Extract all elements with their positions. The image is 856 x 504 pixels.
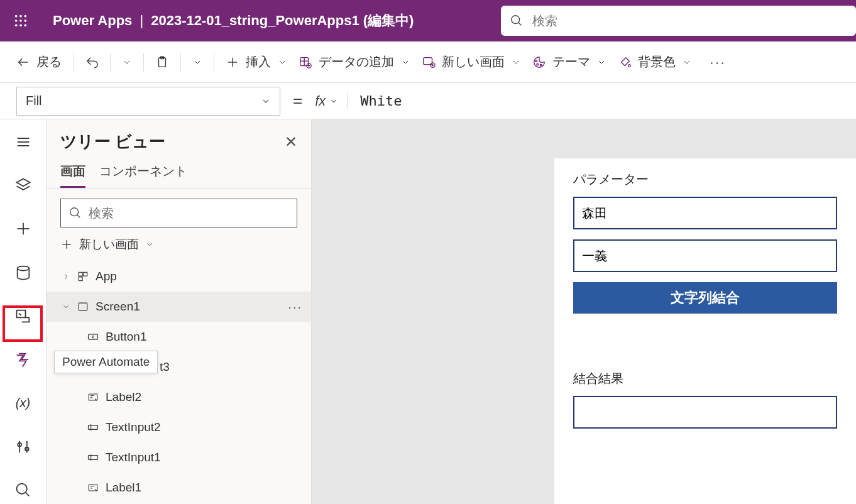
chevron-down-icon	[62, 302, 70, 311]
hamburger-icon	[14, 133, 32, 151]
label-icon	[87, 481, 99, 494]
tree-item-screen1[interactable]: Screen1 ···	[47, 292, 311, 322]
tree-search-input[interactable]	[89, 206, 289, 221]
rail-power-automate[interactable]	[8, 346, 38, 373]
svg-point-43	[70, 208, 79, 216]
global-search[interactable]	[501, 6, 856, 36]
rail-hamburger[interactable]	[8, 128, 38, 155]
tree-item-button1[interactable]: Button1	[47, 322, 311, 352]
insert-button[interactable]: 挿入	[226, 53, 287, 70]
result-title: 結合結果	[573, 370, 837, 387]
svg-point-0	[15, 15, 18, 18]
rail-highlight	[3, 305, 43, 342]
global-search-input[interactable]	[532, 14, 847, 28]
divider	[180, 53, 181, 72]
svg-point-6	[15, 25, 18, 27]
textinput-icon	[87, 451, 99, 464]
rail-search[interactable]	[8, 477, 38, 504]
tree-item-textinput2[interactable]: TextInput2	[47, 412, 311, 442]
rail-settings[interactable]	[8, 433, 38, 460]
svg-line-10	[519, 23, 522, 26]
insert-label: 挿入	[246, 53, 271, 70]
tab-screens[interactable]: 画面	[60, 163, 85, 188]
plus-icon	[14, 220, 32, 238]
paste-button[interactable]	[155, 55, 169, 69]
tree-item-textinput1[interactable]: TextInput1	[47, 442, 311, 473]
chevron-down-icon	[261, 96, 271, 106]
svg-point-2	[25, 15, 27, 18]
equals-label: =	[293, 91, 302, 111]
close-button[interactable]: ✕	[285, 133, 297, 151]
title-bar: Power Apps | 2023-12-01_string_PowerApps…	[0, 0, 856, 41]
svg-line-42	[25, 493, 29, 496]
rail-data[interactable]	[8, 259, 38, 286]
rail-insert[interactable]	[8, 216, 38, 243]
tab-components[interactable]: コンポーネント	[99, 163, 187, 188]
back-button[interactable]: 戻る	[16, 53, 62, 70]
svg-rect-55	[89, 425, 98, 430]
more-button[interactable]: ···	[710, 53, 726, 71]
svg-rect-47	[79, 272, 82, 276]
theme-button[interactable]: テーマ	[532, 53, 606, 70]
formula-input[interactable]	[360, 93, 840, 109]
label-icon	[87, 391, 99, 403]
param-input-2[interactable]	[573, 239, 837, 272]
tree-item-label: t3	[160, 360, 170, 374]
add-data-button[interactable]: データの追加	[299, 53, 410, 70]
svg-point-9	[512, 16, 520, 24]
more-icon[interactable]: ···	[288, 300, 302, 314]
fx-icon: fx	[315, 93, 326, 109]
chevron-down-icon	[192, 57, 202, 67]
tree-list: App Screen1 ··· Button1 t3 Label2 Tex	[47, 261, 311, 503]
divider	[73, 53, 74, 72]
svg-point-41	[16, 484, 26, 494]
fx-button[interactable]: fx	[315, 93, 348, 109]
undo-dropdown[interactable]	[122, 57, 132, 67]
tree-item-label1[interactable]: Label1	[47, 473, 311, 503]
tree-search[interactable]	[60, 199, 297, 227]
search-icon	[14, 481, 32, 499]
rail-tree-view[interactable]	[8, 172, 38, 199]
tree-item-label: Label2	[106, 390, 141, 404]
tree-item-label: TextInput1	[106, 451, 161, 464]
app-name: Power Apps	[53, 13, 132, 28]
canvas[interactable]: パラメーター 文字列結合 結合結果	[312, 119, 856, 504]
undo-button[interactable]	[85, 55, 99, 69]
paste-dropdown[interactable]	[192, 57, 202, 67]
tree-header: ツリー ビュー ✕	[47, 119, 311, 153]
svg-rect-48	[84, 272, 87, 276]
svg-rect-49	[79, 277, 82, 281]
svg-point-3	[15, 19, 18, 22]
new-screen-button[interactable]: 新しい画面	[422, 53, 521, 70]
svg-point-4	[19, 19, 22, 22]
tree-item-label: Label1	[106, 481, 141, 495]
tree-item-app[interactable]: App	[47, 261, 311, 292]
tree-item-label2[interactable]: Label2	[47, 382, 311, 412]
property-value: Fill	[26, 94, 42, 108]
tree-tabs: 画面 コンポーネント	[47, 153, 311, 189]
bg-color-label: 背景色	[638, 53, 676, 70]
tree-title: ツリー ビュー	[60, 131, 165, 153]
svg-point-8	[25, 25, 27, 27]
param-input-1[interactable]	[573, 197, 837, 229]
plus-icon	[226, 55, 239, 69]
divider	[214, 53, 214, 72]
concat-button[interactable]: 文字列結合	[573, 282, 837, 314]
param-title: パラメーター	[573, 171, 837, 188]
svg-point-28	[540, 64, 542, 66]
tree-new-screen[interactable]: 新しい画面	[47, 227, 311, 261]
rail-variables[interactable]: (x)	[8, 390, 38, 417]
chevron-down-icon	[145, 240, 154, 249]
screen-icon	[77, 300, 89, 313]
divider	[143, 53, 144, 72]
chevron-down-icon	[511, 57, 521, 67]
back-label: 戻る	[36, 53, 62, 70]
left-rail: (x)	[0, 119, 47, 504]
property-select[interactable]: Fill	[16, 87, 280, 116]
bg-color-button[interactable]: 背景色	[618, 53, 692, 70]
waffle-button[interactable]	[0, 0, 41, 41]
form-card: パラメーター 文字列結合 結合結果	[554, 158, 856, 504]
theme-label: テーマ	[552, 53, 590, 70]
sliders-icon	[14, 438, 32, 456]
app-icon	[77, 270, 89, 283]
